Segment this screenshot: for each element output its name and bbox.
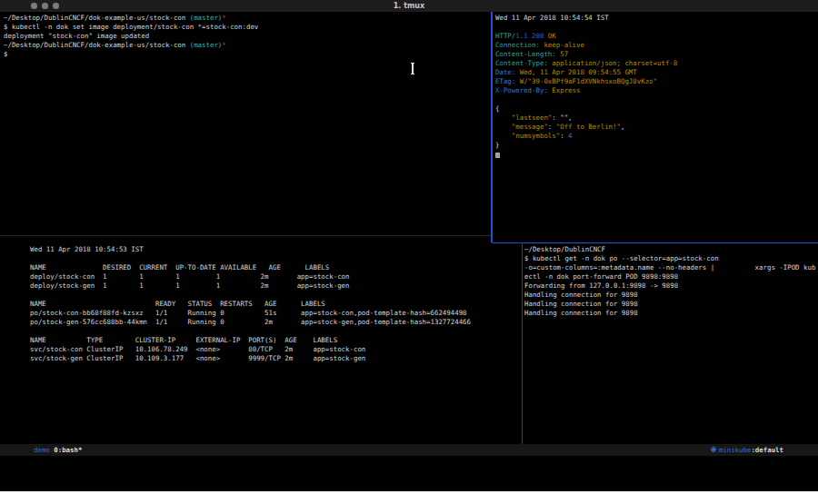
- cursor-line: [495, 150, 815, 159]
- header-value: 57: [556, 50, 568, 58]
- prompt-line: ~/Desktop/DublinCNCF/dok-example-us/stoc…: [4, 41, 485, 50]
- command-output: deployment "stock-con" image updated: [4, 32, 485, 41]
- http-header-line: ETag: W/"39-0xBPf9aF1dXVNkhsxoBQgJ8vKzo": [495, 77, 815, 86]
- json-brace-close: }: [495, 141, 815, 150]
- http-header-line: Connection: keep-alive: [495, 41, 815, 50]
- deployments-table-header: NAME DESIRED CURRENT UP-TO-DATE AVAILABL…: [30, 263, 516, 272]
- header-name: Date:: [495, 68, 515, 76]
- pane-divider-active-horizontal[interactable]: [492, 242, 818, 244]
- pods-row: po/stock-con-bb68f88fd-kzsxz 1/1 Running…: [30, 309, 516, 318]
- pane-bottom-right[interactable]: ~/Desktop/DublinCNCF $ kubectl get -n do…: [524, 245, 816, 318]
- header-name: ETag:: [495, 77, 515, 85]
- shell-command: $ kubectl get -n dok po --selector=app=s…: [524, 254, 816, 263]
- tmux-window-label[interactable]: 0:bash*: [54, 446, 82, 454]
- mouse-cursor-ibeam: [410, 63, 415, 74]
- http-version-status: 1.1 200: [515, 32, 544, 40]
- json-brace-open: {: [495, 104, 815, 114]
- kubectl-timestamp: Wed 11 Apr 2018 10:54:53 IST: [30, 245, 516, 254]
- header-name: Connection:: [495, 41, 540, 49]
- json-field: "numsymbols": 4: [495, 132, 815, 141]
- tmux-session-name: demo: [34, 446, 50, 454]
- kubernetes-helm-icon: [710, 445, 717, 457]
- json-value: "Off to Berlin!": [556, 123, 621, 131]
- http-header-line: X-Powered-By: Express: [495, 86, 815, 95]
- deployments-row: deploy/stock-con 1 1 1 1 2m app=stock-co…: [30, 272, 516, 282]
- header-name: X-Powered-By:: [495, 86, 548, 94]
- kube-namespace: :default: [751, 446, 783, 454]
- window-title: 1. tmux: [0, 0, 818, 12]
- header-value: Wed, 11 Apr 2018 09:54:55 GMT: [515, 68, 637, 76]
- json-value: "": [560, 114, 568, 122]
- json-key: "lastseen": [495, 114, 552, 122]
- pane-top-right[interactable]: Wed 11 Apr 2018 10:54:54 IST HTTP/1.1 20…: [495, 14, 815, 159]
- prompt-path: ~/Desktop/DublinCNCF/dok-example-us/stoc…: [4, 41, 190, 49]
- pane-divider-vertical[interactable]: [522, 243, 523, 444]
- git-dirty-marker: *: [222, 41, 225, 49]
- services-row: svc/stock-gen ClusterIP 10.109.3.177 <no…: [30, 354, 516, 363]
- minimize-button[interactable]: [42, 3, 48, 9]
- shell-output-line: Handling connection for 9898: [524, 300, 816, 309]
- json-key: "message": [495, 123, 548, 131]
- header-value: W/"39-0xBPf9aF1dXVNkhsxoBQgJ8vKzo": [515, 77, 657, 85]
- shell-output-line: Handling connection for 9898: [524, 291, 816, 300]
- pods-table-header: NAME READY STATUS RESTARTS AGE LABELS: [30, 300, 516, 309]
- http-reason: OK: [544, 32, 555, 40]
- prompt-symbol: $: [4, 50, 485, 59]
- header-name: Content-Length:: [495, 50, 556, 58]
- git-dirty-marker: *: [222, 14, 225, 22]
- status-bar: demo 0:bash* minikube:default: [0, 444, 818, 456]
- deployments-row: deploy/stock-gen 1 1 1 1 2m app=stock-ge…: [30, 282, 516, 291]
- pane-divider-horizontal[interactable]: [0, 235, 491, 236]
- services-table-header: NAME TYPE CLUSTER-IP EXTERNAL-IP PORT(S)…: [30, 336, 516, 345]
- shell-command: $ kubectl -n dok set image deployment/st…: [4, 23, 485, 32]
- git-branch: (master): [190, 14, 223, 22]
- header-value: application/json; charset=utf-8: [548, 59, 677, 67]
- http-header-line: Content-Type: application/json; charset=…: [495, 59, 815, 68]
- http-header-line: Content-Length: 57: [495, 50, 815, 59]
- shell-command-wrap: -o=custom-columns=:metadata.name --no-he…: [524, 263, 816, 272]
- shell-output-line: ~/Desktop/DublinCNCF: [524, 245, 816, 254]
- services-row: svc/stock-con ClusterIP 10.106.78.249 <n…: [30, 345, 516, 354]
- pane-divider-active-vertical[interactable]: [491, 12, 493, 242]
- prompt-path: ~/Desktop/DublinCNCF/dok-example-us/stoc…: [4, 14, 190, 22]
- window-titlebar: 1. tmux: [0, 0, 818, 12]
- kube-context: minikube: [719, 446, 752, 454]
- json-value: 4: [568, 132, 572, 140]
- http-proto: HTTP/: [495, 32, 515, 40]
- zoom-button[interactable]: [53, 3, 59, 9]
- header-name: Content-Type:: [495, 59, 548, 67]
- json-field: "message": "Off to Berlin!",: [495, 123, 815, 132]
- status-right: minikube:default: [710, 444, 783, 457]
- shell-output-line: Forwarding from 127.0.0.1:9898 -> 9898: [524, 282, 816, 291]
- close-button[interactable]: [31, 3, 37, 9]
- header-value: Express: [548, 86, 581, 94]
- shell-command-wrap: ectl -n dok port-forward POD 9898:9898: [524, 272, 816, 282]
- terminal-window: 1. tmux ~/Desktop/DublinCNCF/dok-example…: [0, 0, 818, 491]
- http-header-line: Date: Wed, 11 Apr 2018 09:54:55 GMT: [495, 68, 815, 77]
- prompt-line: ~/Desktop/DublinCNCF/dok-example-us/stoc…: [4, 14, 485, 23]
- json-field: "lastseen": "",: [495, 114, 815, 123]
- pane-bottom-left[interactable]: Wed 11 Apr 2018 10:54:53 IST NAME DESIRE…: [30, 245, 516, 363]
- json-key: "numsymbols": [495, 132, 560, 140]
- shell-output-line: Handling connection for 9898: [524, 309, 816, 318]
- git-branch: (master): [190, 41, 223, 49]
- pods-row: po/stock-gen-576cc688bb-44kmn 1/1 Runnin…: [30, 318, 516, 327]
- header-value: keep-alive: [540, 41, 584, 49]
- terminal-cursor: [495, 153, 500, 159]
- http-status-line: HTTP/1.1 200 OK: [495, 32, 815, 41]
- watch-timestamp: Wed 11 Apr 2018 10:54:54 IST: [495, 14, 815, 23]
- pane-top-left[interactable]: ~/Desktop/DublinCNCF/dok-example-us/stoc…: [4, 14, 485, 59]
- status-left: demo 0:bash*: [34, 444, 82, 456]
